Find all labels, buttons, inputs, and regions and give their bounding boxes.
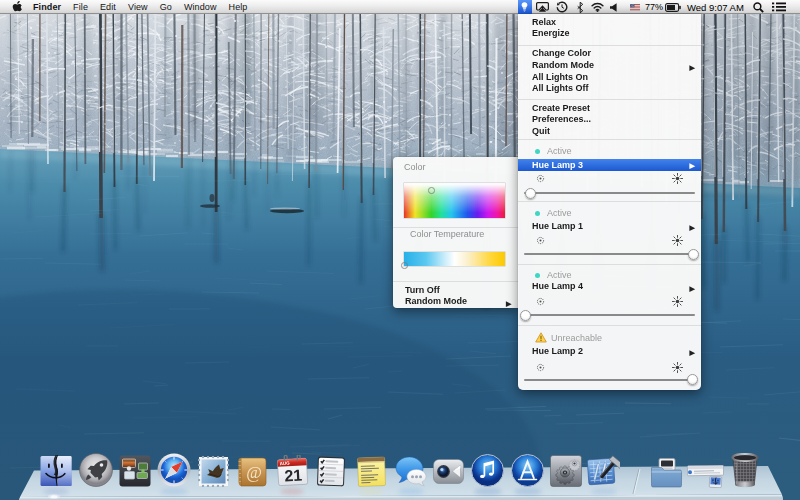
svg-text:21: 21 xyxy=(284,466,303,484)
svg-text:AUG: AUG xyxy=(279,461,290,467)
svg-text:@: @ xyxy=(246,463,262,482)
